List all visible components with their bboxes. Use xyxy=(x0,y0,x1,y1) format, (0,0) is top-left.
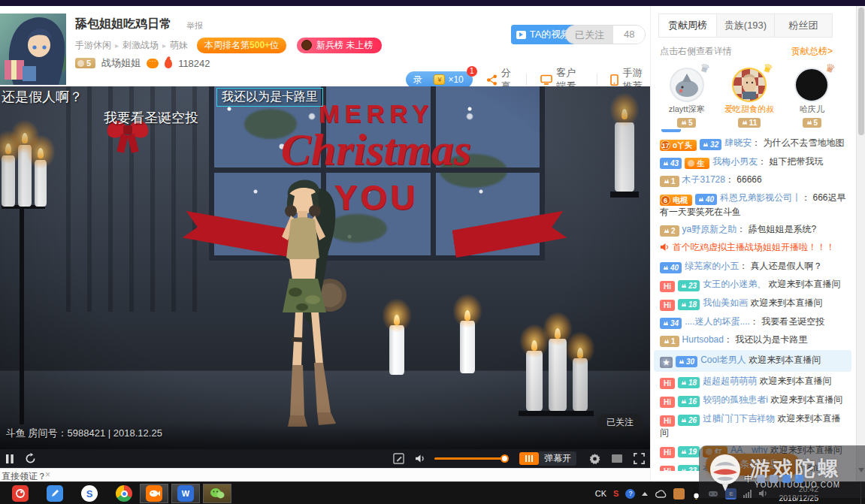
chat-username[interactable]: 我仙美如画 xyxy=(703,297,748,308)
report-link[interactable]: 举报 xyxy=(186,20,203,32)
tray-expand-arrow[interactable] xyxy=(642,492,648,496)
danmaku-toggle-switch[interactable] xyxy=(519,452,539,465)
chat-text: 欢迎来到本直播间 xyxy=(759,376,831,386)
anchor-info-row: 5 战场姐姐 118242 xyxy=(75,56,210,71)
contributor-card[interactable]: ♛爱吃甜食的叔11 xyxy=(720,63,779,128)
taskbar-netease-music-icon[interactable] xyxy=(6,484,35,503)
chat-username[interactable]: 我梅小男友 xyxy=(712,156,758,167)
chat-message: Hi16较弱的孤独患者i 欢迎来到本直播间 xyxy=(651,391,854,410)
qq-penguin-icon[interactable] xyxy=(691,488,701,499)
page-scrollbar[interactable] xyxy=(856,6,865,481)
taskbar-douyu-icon[interactable] xyxy=(140,484,168,503)
settings-gear-icon[interactable] xyxy=(589,453,600,464)
pause-button[interactable] xyxy=(5,454,14,464)
system-announcement: 首个吃鸡虚拟主播战场姐姐开播啦！！！ xyxy=(651,239,854,258)
tray-app-icon[interactable] xyxy=(673,488,685,499)
chat-text: 为什么不去雪地地图 xyxy=(764,137,845,148)
fullscreen-icon[interactable] xyxy=(634,453,645,464)
scrollbar-thumb[interactable] xyxy=(858,8,864,135)
theater-mode-icon[interactable] xyxy=(611,454,623,463)
volume-slider[interactable] xyxy=(434,457,506,460)
gamepad-icon[interactable] xyxy=(708,489,718,499)
notice-strip-close[interactable]: × xyxy=(45,469,50,480)
chat-username[interactable]: 过腊门门下吉祥物 xyxy=(703,413,775,424)
user-level-badge: 30 xyxy=(676,356,697,367)
breadcrumb-item[interactable]: 萌妹 xyxy=(170,40,188,50)
sidebar-tab[interactable]: 贡献周榜 xyxy=(659,14,716,37)
taskbar-sogou-browser-icon[interactable]: S xyxy=(75,484,104,503)
chat-username[interactable]: 绿芜家的小五 xyxy=(685,261,739,271)
contributor-level-badge: 5 xyxy=(803,118,822,128)
contributor-name[interactable]: 哈庆儿 xyxy=(782,104,841,115)
chat-bubble-icon[interactable] xyxy=(147,59,159,68)
video-player[interactable]: MERRY Christmas YOU xyxy=(0,86,650,449)
taskbar-notes-icon[interactable] xyxy=(41,484,69,503)
sidebar-tab[interactable]: 粉丝团 xyxy=(774,14,832,37)
login-reward-button[interactable]: 登录领 ¥ ×10 1 xyxy=(406,71,473,88)
taskbar-chrome-icon[interactable] xyxy=(110,484,138,503)
chat-username[interactable]: 较弱的孤独患者i xyxy=(703,394,768,405)
weekly-contributors: ♛zlaytt深寒5♛爱吃甜食的叔11♛哈庆儿5 xyxy=(655,63,843,128)
chat-message-list[interactable]: 17o丫头32肆晓安： 为什么不去雪地地图43生我梅小男友： 姐下把带我玩1木子… xyxy=(651,129,854,471)
chat-message: 17o丫头32肆晓安： 为什么不去雪地地图 xyxy=(651,134,854,153)
chat-message: 34....迷人的坏蛋....： 我要看圣诞空投 xyxy=(651,313,854,331)
chat-username[interactable]: 木子31728 xyxy=(682,174,725,185)
breadcrumb-separator: ▸ xyxy=(162,41,166,50)
chat-username[interactable]: ya野原新之助 xyxy=(682,224,737,234)
chat-separator: ： xyxy=(752,137,763,148)
weekly-rank-badge[interactable]: 本周排名第500+位 xyxy=(197,38,286,53)
chat-text: 姐下把带我玩 xyxy=(769,156,823,167)
taskbar-wechat-icon[interactable] xyxy=(203,484,231,503)
show-desktop-button[interactable] xyxy=(860,482,865,504)
taskbar-wps-icon[interactable]: W xyxy=(171,484,200,503)
screenshot-button[interactable] xyxy=(393,453,404,464)
streamer-avatar[interactable] xyxy=(0,14,66,85)
refresh-button[interactable] xyxy=(25,453,36,464)
sidebar-tab[interactable]: 贵族(193) xyxy=(716,14,774,37)
chat-username[interactable]: 超超超萌萌萌 xyxy=(703,376,757,386)
network-signal-icon[interactable] xyxy=(743,490,752,498)
help-icon[interactable]: ? xyxy=(625,489,635,499)
danmaku-toggle[interactable]: 弹幕开 xyxy=(519,451,576,466)
ime-indicator[interactable]: CK xyxy=(595,489,606,498)
followed-button[interactable]: 已关注 48 xyxy=(565,25,646,44)
hi-welcome-badge: Hi xyxy=(660,466,675,471)
candle xyxy=(526,351,543,411)
clipped-message-badge xyxy=(661,129,681,132)
cloud-icon[interactable] xyxy=(655,490,667,498)
total-rank-link[interactable]: 贡献总榜> xyxy=(791,45,833,58)
chat-username[interactable]: ....迷人的坏蛋.... xyxy=(685,316,750,327)
contributor-card[interactable]: ♛zlaytt深寒5 xyxy=(658,63,716,128)
breadcrumb-item[interactable]: 刺激战场 xyxy=(122,40,159,50)
video-followed-pill[interactable]: 已关注 xyxy=(597,414,643,431)
contributor-name[interactable]: zlaytt深寒 xyxy=(658,104,716,115)
candle-flame xyxy=(531,340,537,351)
new-messages-button[interactable]: 有27条新消息 xyxy=(706,454,800,475)
vtuber-character xyxy=(252,167,364,438)
chat-username[interactable]: 肆晓安 xyxy=(724,137,752,148)
taskbar-clock[interactable]: 20:42 2018/12/25 xyxy=(779,484,818,502)
tray-blue-app-icon[interactable]: E xyxy=(725,488,736,499)
scrollbar-down-arrow[interactable] xyxy=(858,468,864,472)
followed-label[interactable]: 已关注 xyxy=(566,26,613,44)
chat-username[interactable]: 女王的小迷弟、 xyxy=(703,279,766,289)
speaker-icon[interactable] xyxy=(758,489,769,498)
chat-message: 1Hurtsobad： 我还以为是卡路里 xyxy=(651,331,854,349)
chat-separator: ： xyxy=(750,316,761,327)
hi-welcome-badge: Hi xyxy=(660,300,675,311)
rookie-rank-badge[interactable]: 新兵榜 未上榜 xyxy=(297,38,382,53)
breadcrumb-item[interactable]: 手游休闲 xyxy=(75,40,111,50)
contributor-name[interactable]: 爱吃甜食的叔 xyxy=(720,104,779,115)
contributor-card[interactable]: ♛哈庆儿5 xyxy=(782,63,841,128)
browser-top-bar xyxy=(0,0,865,6)
streamer-avatar-art xyxy=(0,14,66,85)
volume-knob[interactable] xyxy=(501,454,509,463)
chat-username[interactable]: 科恩兄弟影视公司丨 xyxy=(720,192,801,203)
chat-username[interactable]: Cool老男人 xyxy=(700,355,746,365)
volume-icon[interactable] xyxy=(415,454,426,463)
sogou-input-icon[interactable]: S xyxy=(613,489,619,498)
anchor-level-badge: 5 xyxy=(75,58,95,68)
chat-username[interactable]: Hurtsobad xyxy=(682,334,724,345)
follow-count: 48 xyxy=(613,26,645,44)
danmaku-text-highlighted[interactable]: 我还以为是卡路里 xyxy=(216,88,323,107)
